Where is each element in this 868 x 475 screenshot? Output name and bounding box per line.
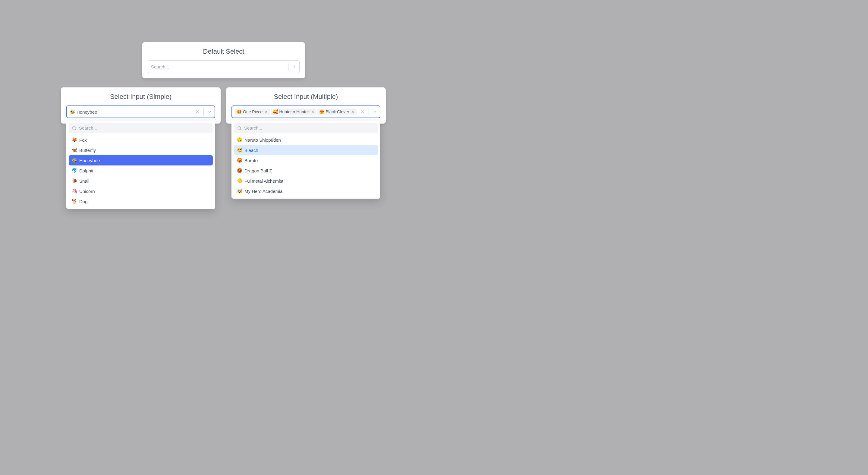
simple-select-dropdown: 🦊Fox🦋Butterfly🐝Honeybee🐬Dolphin🐌Snail🦄Un… [66,121,215,209]
search-icon [237,126,242,130]
simple-search-input[interactable] [79,125,210,130]
list-item[interactable]: 🫠Fullmetal Alchemist [234,176,378,186]
multiple-search-input[interactable] [244,125,375,130]
selected-tag: 🤩One Piece✕ [235,108,270,115]
tag-label: One Piece [243,109,262,114]
default-select-control[interactable]: Search... [148,60,300,73]
option-emoji: 😅 [237,147,243,153]
tag-emoji: 🥰 [273,109,278,114]
list-item[interactable]: 🐌Snail [69,176,213,186]
selected-tag: 🥰Hunter x Hunter✕ [271,108,316,115]
simple-options-list: 🦊Fox🦋Butterfly🐝Honeybee🐬Dolphin🐌Snail🦄Un… [69,135,213,207]
simple-select-control[interactable]: 🐝 Honeybee [66,105,215,118]
simple-select-indicators [193,107,215,117]
option-emoji: 🦄 [72,188,78,194]
multiple-select-title: Select Input (Multiple) [231,93,380,101]
option-emoji: 🥵 [237,168,243,173]
option-emoji: 🤯 [237,188,243,194]
option-label: Snail [79,179,89,184]
option-emoji: 🫠 [237,178,243,184]
option-label: Honeybee [79,158,100,163]
default-select-placeholder: Search... [151,64,287,69]
list-item[interactable]: 🐬Dolphin [69,165,213,176]
option-emoji: 😡 [237,158,243,163]
option-label: Fullmetal Alchemist [244,179,283,184]
svg-line-7 [240,129,241,130]
simple-select-value-emoji: 🐝 [70,109,75,115]
option-label: Dragon Ball Z [244,168,272,173]
multiple-select-dropdown: 🙃Naruto Shippûden😅Bleach😡Boruto🥵Dragon B… [231,121,380,199]
list-item[interactable]: 😅Bleach [234,145,378,155]
option-label: Bleach [244,148,258,153]
option-label: Boruto [244,158,258,163]
tag-label: Black Clover [326,109,349,114]
indicator-separator [369,108,369,115]
option-label: Unicorn [79,189,95,194]
close-icon[interactable]: ✕ [264,109,269,114]
simple-select-value: 🐝 Honeybee [70,109,193,115]
chevron-down-icon[interactable] [370,107,380,117]
option-emoji: 🐌 [72,178,78,184]
chevron-down-icon[interactable] [205,107,215,117]
list-item[interactable]: 🐝Honeybee [69,155,213,165]
multiple-options-list: 🙃Naruto Shippûden😅Bleach😡Boruto🥵Dragon B… [234,135,378,196]
default-select-title: Default Select [148,48,300,56]
close-icon[interactable]: ✕ [310,109,315,114]
list-item[interactable]: 🥵Dragon Ball Z [234,165,378,176]
svg-line-3 [75,129,76,130]
indicator-separator [288,63,288,70]
option-label: Fox [79,137,87,142]
option-label: Dog [79,199,88,204]
chevron-right-icon[interactable] [290,62,299,71]
simple-search-box[interactable] [69,123,213,133]
list-item[interactable]: 🦋Butterfly [69,145,213,155]
default-select-indicators [287,62,299,71]
list-item[interactable]: 🦄Unicorn [69,186,213,196]
multiple-select-indicators [358,107,380,117]
tag-emoji: 😍 [319,109,324,114]
clear-icon[interactable] [193,107,202,117]
option-emoji: 🐕 [72,199,78,204]
multiple-select-tags: 🤩One Piece✕🥰Hunter x Hunter✕😍Black Clove… [235,108,358,115]
multiple-select-control[interactable]: 🤩One Piece✕🥰Hunter x Hunter✕😍Black Clove… [231,105,380,118]
close-icon[interactable]: ✕ [350,109,355,114]
multiple-search-box[interactable] [234,123,378,133]
tag-emoji: 🤩 [237,109,242,114]
list-item[interactable]: 🤯My Hero Academia [234,186,378,196]
simple-select-title: Select Input (Simple) [66,93,215,101]
list-item[interactable]: 🦊Fox [69,135,213,145]
svg-point-6 [238,126,241,129]
list-item[interactable]: 🐕Dog [69,196,213,207]
option-emoji: 🦋 [72,147,78,153]
option-label: My Hero Academia [244,189,283,194]
list-item[interactable]: 😡Boruto [234,155,378,165]
option-emoji: 🙃 [237,137,243,142]
svg-point-2 [73,126,75,129]
clear-icon[interactable] [358,107,367,117]
list-item[interactable]: 🙃Naruto Shippûden [234,135,378,145]
default-select-card: Default Select Search... [142,42,305,78]
simple-select-value-label: Honeybee [76,109,97,115]
indicator-separator [204,108,204,115]
option-emoji: 🦊 [72,137,78,142]
multiple-select-card: Select Input (Multiple) 🤩One Piece✕🥰Hunt… [226,87,386,124]
simple-select-card: Select Input (Simple) 🐝 Honeybee [61,87,221,124]
tag-label: Hunter x Hunter [279,109,309,114]
search-icon [72,126,76,130]
option-label: Butterfly [79,148,96,153]
option-label: Dolphin [79,168,95,173]
option-emoji: 🐬 [72,168,78,173]
selected-tag: 😍Black Clover✕ [317,108,356,115]
option-label: Naruto Shippûden [244,137,281,142]
option-emoji: 🐝 [72,158,78,163]
